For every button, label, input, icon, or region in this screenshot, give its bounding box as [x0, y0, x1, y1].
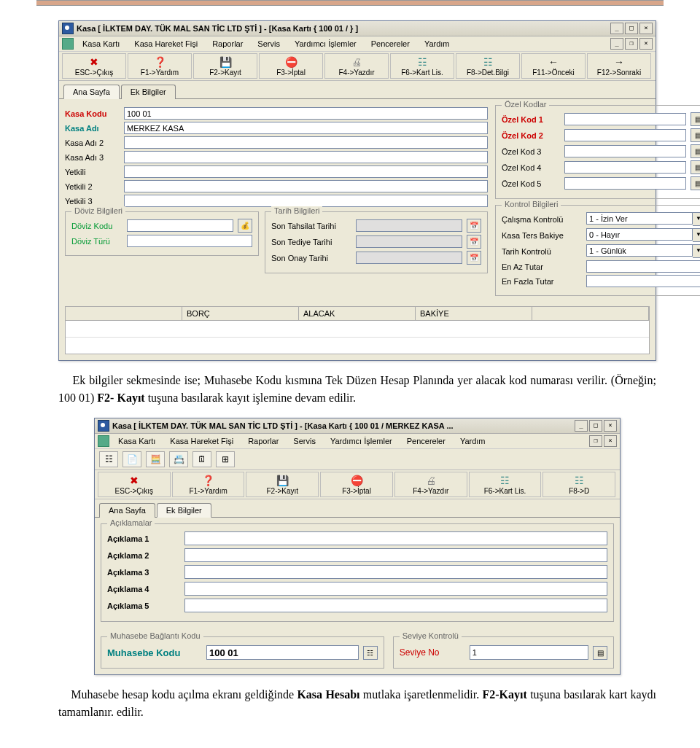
tool-icon[interactable]: 📄: [122, 451, 141, 467]
combo[interactable]: ▼: [586, 212, 700, 226]
field-input[interactable]: [586, 275, 700, 287]
lookup-icon[interactable]: ▤: [691, 144, 700, 158]
close-button[interactable]: ×: [639, 23, 653, 34]
field-input[interactable]: [124, 122, 488, 134]
field-input[interactable]: [124, 180, 488, 192]
chevron-down-icon[interactable]: ▼: [693, 244, 700, 258]
combo[interactable]: ▼: [586, 228, 700, 242]
menu-kasa-hareket-fisi[interactable]: Kasa Hareket Fişi: [164, 435, 239, 447]
minimize-button[interactable]: _: [610, 23, 623, 34]
menu-pencereler[interactable]: Pencereler: [401, 435, 451, 447]
menu-yardimci-islemler[interactable]: Yardımcı İşlemler: [289, 38, 362, 50]
field-input[interactable]: [184, 582, 607, 596]
field-input[interactable]: [184, 565, 607, 579]
lookup-icon[interactable]: ▤: [691, 160, 700, 174]
calendar-icon[interactable]: 📅: [467, 251, 481, 265]
fn-button[interactable]: 🖨F4->Yazdır: [394, 472, 467, 497]
combo-input[interactable]: [586, 244, 693, 257]
lookup-icon[interactable]: ▤: [691, 112, 700, 126]
menu-yardimci-islemler[interactable]: Yardımcı İşlemler: [324, 435, 398, 447]
mdi-close[interactable]: ×: [604, 435, 617, 447]
combo[interactable]: ▼: [586, 244, 700, 258]
field-input[interactable]: [184, 548, 607, 562]
lookup-icon[interactable]: ▤: [691, 176, 700, 190]
lookup-icon[interactable]: ☷: [363, 646, 378, 660]
field-input[interactable]: [184, 531, 607, 545]
fn-button[interactable]: ✖ESC->Çıkış: [62, 53, 126, 79]
menu-pencereler[interactable]: Pencereler: [365, 38, 416, 50]
close-button[interactable]: ×: [604, 420, 617, 432]
chevron-down-icon[interactable]: ▼: [693, 228, 700, 242]
menu-kasa-karti[interactable]: Kasa Kartı: [77, 38, 125, 50]
menu-yardim[interactable]: Yardım: [419, 38, 456, 50]
chevron-down-icon[interactable]: ▼: [693, 212, 700, 226]
mdi-close[interactable]: ×: [639, 38, 653, 50]
field-label: Kasa Adı 3: [65, 153, 120, 162]
label-muhasebe-kodu: Muhasebe Kodu: [107, 647, 202, 658]
calendar-icon[interactable]: 📅: [467, 219, 481, 233]
field-input[interactable]: [124, 151, 488, 163]
fn-button[interactable]: 💾F2->Kayıt: [193, 53, 257, 79]
fn-button[interactable]: ☷F8->D: [542, 472, 615, 497]
menu-servis[interactable]: Servis: [252, 38, 286, 50]
fn-button[interactable]: 🖨F4->Yazdır: [324, 53, 389, 79]
field-input[interactable]: [564, 161, 686, 174]
field-input[interactable]: [124, 107, 488, 120]
field-input[interactable]: [564, 129, 686, 141]
field-input[interactable]: [127, 235, 252, 247]
fn-button[interactable]: →F12->Sonraki: [587, 53, 651, 79]
maximize-button[interactable]: □: [589, 420, 602, 432]
tab-ana-sayfa[interactable]: Ana Sayfa: [99, 503, 155, 518]
maximize-button[interactable]: □: [625, 23, 638, 34]
fn-button[interactable]: ☷F8->Det.Bilgi: [456, 53, 520, 79]
tool-icon[interactable]: ⊞: [216, 451, 235, 467]
tool-icon[interactable]: 📇: [169, 451, 188, 467]
lookup-icon[interactable]: 💰: [238, 219, 252, 233]
input-seviye-no[interactable]: [470, 645, 588, 660]
combo-input[interactable]: [586, 228, 693, 241]
fn-button[interactable]: 💾F2->Kayıt: [246, 472, 319, 497]
fn-button[interactable]: ⛔F3->İptal: [259, 53, 323, 79]
input-muhasebe-kodu[interactable]: [206, 645, 359, 660]
module-icon: [62, 38, 74, 50]
field-input[interactable]: [124, 195, 488, 207]
menu-kasa-hareket-fisi[interactable]: Kasa Hareket Fişi: [128, 38, 203, 50]
menu-kasa-karti[interactable]: Kasa Kartı: [112, 435, 161, 447]
fn-button[interactable]: ❓F1->Yardım: [128, 53, 192, 79]
fn-button[interactable]: ☷F6->Kart Lis.: [390, 53, 454, 79]
tab-ana-sayfa[interactable]: Ana Sayfa: [63, 85, 120, 99]
lookup-icon[interactable]: ▤: [691, 128, 700, 142]
combo-input[interactable]: [586, 212, 693, 225]
menu-raporlar[interactable]: Raporlar: [206, 38, 249, 50]
field-input[interactable]: [124, 165, 488, 178]
fn-button[interactable]: ✖ESC->Çıkış: [98, 472, 171, 497]
calendar-icon[interactable]: 📅: [467, 235, 481, 249]
tool-icon[interactable]: 🗓: [192, 451, 211, 467]
field-input[interactable]: [356, 252, 462, 264]
tool-icon[interactable]: 🧮: [146, 451, 165, 467]
lookup-icon[interactable]: ▤: [593, 646, 607, 660]
menu-yardim[interactable]: Yardım: [454, 435, 491, 447]
field-input[interactable]: [356, 235, 462, 248]
fn-button[interactable]: ⛔F3->İptal: [320, 472, 393, 497]
field-input[interactable]: [564, 145, 686, 157]
field-input[interactable]: [184, 599, 607, 612]
field-input[interactable]: [586, 260, 700, 273]
field-input[interactable]: [127, 219, 233, 232]
minimize-button[interactable]: _: [575, 420, 588, 432]
field-input[interactable]: [356, 219, 462, 232]
fn-button[interactable]: ☷F6->Kart Lis.: [469, 472, 542, 497]
mdi-restore[interactable]: ❐: [625, 38, 638, 50]
menu-servis[interactable]: Servis: [287, 435, 322, 447]
field-input[interactable]: [124, 136, 488, 149]
field-input[interactable]: [564, 113, 686, 125]
field-input[interactable]: [564, 177, 686, 190]
tool-icon[interactable]: ☷: [99, 451, 118, 467]
tab-ek-bilgiler[interactable]: Ek Bilgiler: [157, 503, 211, 518]
mdi-minimize[interactable]: _: [610, 38, 623, 50]
fn-button[interactable]: ❓F1->Yardım: [172, 472, 245, 497]
tab-ek-bilgiler[interactable]: Ek Bilgiler: [121, 85, 176, 99]
fn-button[interactable]: ←F11->Önceki: [521, 53, 586, 79]
mdi-restore[interactable]: ❐: [589, 435, 602, 447]
menu-raporlar[interactable]: Raporlar: [242, 435, 284, 447]
